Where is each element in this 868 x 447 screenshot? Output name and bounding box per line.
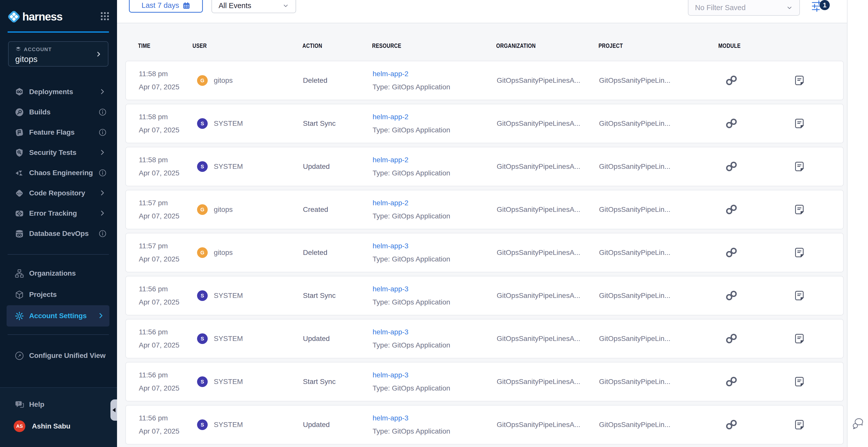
event-summary-button[interactable] [795,190,807,229]
project-cell: GitOpsSanityPipeLin... [599,61,671,100]
sidebar-footer: ? Help AS Ashin Sabu [0,387,117,447]
saved-filter-dropdown[interactable]: No Filter Saved [688,0,800,16]
chaos-engineering-icon [15,168,24,178]
feature-flags-icon [15,128,24,137]
security-tests-icon [15,148,24,157]
harness-logo-icon [7,10,21,24]
project-cell: GitOpsSanityPipeLin... [599,406,671,444]
sidebar-item-organizations[interactable]: Organizations [0,263,117,284]
organizations-icon [15,269,24,278]
event-summary-button[interactable] [795,147,807,186]
chat-bubbles-icon[interactable] [852,418,864,430]
resource-link[interactable]: helm-app-3 [373,325,450,339]
action-cell: Created [303,190,328,229]
time-cell: 11:58 pmApr 07, 2025 [139,67,179,94]
sidebar-item-chaos-engineering[interactable]: Chaos Engineering [0,163,117,183]
audit-row: 11:57 pmApr 07, 2025 G gitops Deleted he… [125,233,844,273]
resource-link[interactable]: helm-app-2 [373,110,450,124]
user-name: SYSTEM [214,292,243,300]
chevron-down-icon [282,3,289,9]
resource-type: Type: GitOps Application [373,253,450,266]
user-avatar: S [197,419,208,430]
resource-link[interactable]: helm-app-3 [373,283,450,296]
event-type-dropdown[interactable]: All Events [212,0,296,13]
info-icon [99,108,106,116]
sidebar-item-label: Feature Flags [29,128,74,136]
time-cell: 11:56 pmApr 07, 2025 [139,369,179,395]
event-summary-button[interactable] [795,61,807,100]
sidebar-collapse-handle[interactable] [111,400,117,421]
gitops-module-icon [726,233,737,272]
builds-icon [15,107,24,117]
sidebar-item-configure-unified-view[interactable]: Configure Unified View [0,345,117,366]
error-tracking-icon [15,209,24,218]
resource-link[interactable]: helm-app-2 [373,153,450,166]
resource-link[interactable]: helm-app-3 [373,369,450,382]
svg-text:?: ? [18,402,20,405]
event-summary-button[interactable] [795,406,807,444]
user-name: SYSTEM [214,120,243,128]
date-range-button[interactable]: Last 7 days [129,0,203,13]
resource-type: Type: GitOps Application [373,425,450,438]
right-rail [847,0,868,447]
sidebar-item-code-repository[interactable]: </> Code Repository [0,183,117,203]
user-cell: S SYSTEM [197,147,243,186]
time-cell: 11:58 pmApr 07, 2025 [139,110,179,137]
user-name: SYSTEM [214,378,243,386]
user-avatar: S [197,290,208,301]
brand: harness [7,9,110,24]
resource-cell: helm-app-3 Type: GitOps Application [373,412,450,438]
sidebar-item-security-tests[interactable]: Security Tests [0,142,117,163]
resource-type: Type: GitOps Application [373,339,450,352]
project-cell: GitOpsSanityPipeLin... [599,362,671,401]
sidebar-item-error-tracking[interactable]: Error Tracking [0,203,117,224]
sidebar-item-label: Help [29,401,44,409]
resource-link[interactable]: helm-app-2 [373,67,450,81]
event-summary-button[interactable] [795,104,807,143]
event-summary-button[interactable] [795,277,807,315]
resource-link[interactable]: helm-app-3 [373,412,450,425]
account-switcher[interactable]: ACCOUNT gitops [8,41,108,67]
organization-cell: GitOpsSanityPipeLinesA... [497,277,580,315]
project-cell: GitOpsSanityPipeLin... [599,277,671,315]
column-header-user: USER [192,42,210,50]
event-summary-button[interactable] [795,319,807,358]
audit-row: 11:56 pmApr 07, 2025 S SYSTEM Start Sync… [125,362,844,402]
date-range-label: Last 7 days [142,1,179,10]
action-cell: Start Sync [303,277,336,315]
divider [8,334,109,335]
sidebar-item-help[interactable]: ? Help [0,394,117,415]
gitops-module-icon [726,406,737,444]
resource-link[interactable]: helm-app-2 [373,196,450,210]
sidebar-item-label: Configure Unified View [29,352,105,360]
saved-filter-value: No Filter Saved [695,4,746,12]
sidebar-item-builds[interactable]: Builds [0,102,117,122]
user-name: gitops [214,205,233,214]
resource-cell: helm-app-2 Type: GitOps Application [373,110,450,137]
sidebar-item-label: Account Settings [29,312,87,320]
projects-icon [15,290,24,299]
column-header-module: MODULE [718,42,745,50]
sidebar-item-profile[interactable]: AS Ashin Sabu [0,416,117,437]
sidebar-item-label: Database DevOps [29,230,89,238]
sidebar-item-projects[interactable]: Projects [0,284,117,305]
brand-underline [8,31,109,33]
event-summary-button[interactable] [795,233,807,272]
resource-link[interactable]: helm-app-3 [373,240,450,253]
code-repository-icon: </> [15,189,24,198]
organization-cell: GitOpsSanityPipeLinesA... [497,61,580,100]
resource-cell: helm-app-3 Type: GitOps Application [373,240,450,266]
audit-row: 11:56 pmApr 07, 2025 S SYSTEM Updated he… [125,319,844,358]
sidebar-item-feature-flags[interactable]: Feature Flags [0,122,117,142]
audit-row: 11:58 pmApr 07, 2025 G gitops Deleted he… [125,61,844,100]
event-summary-button[interactable] [795,362,807,401]
sidebar-item-account-settings[interactable]: Account Settings [7,305,110,326]
organization-cell: GitOpsSanityPipeLinesA... [497,319,580,358]
resource-cell: helm-app-2 Type: GitOps Application [373,196,450,223]
wrench-circle-icon [15,351,24,360]
filter-count-badge: 1 [819,0,830,10]
sidebar-item-deployments[interactable]: Deployments [0,82,117,102]
settings-gear-icon [15,311,24,321]
sidebar-item-database-devops[interactable]: Database DevOps [0,224,117,244]
app-switcher-grid-icon[interactable] [100,12,110,21]
